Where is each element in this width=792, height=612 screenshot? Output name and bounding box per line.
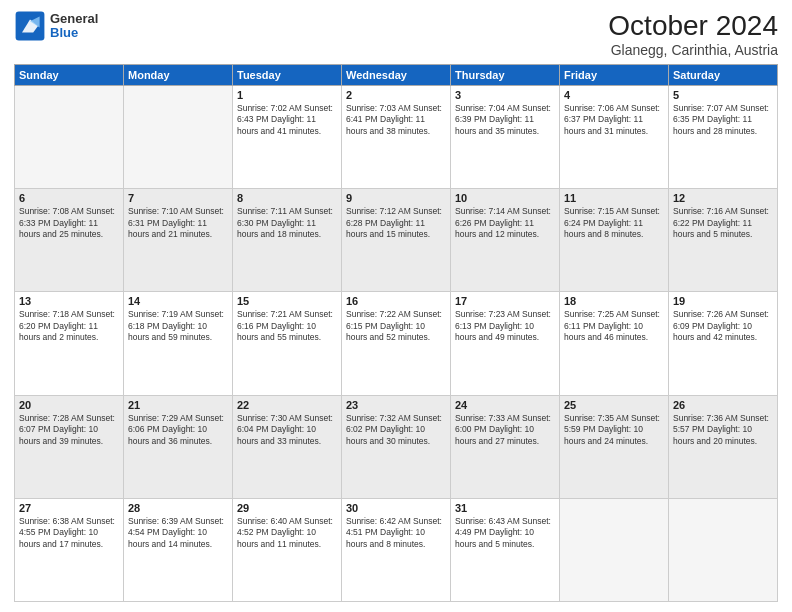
logo-blue: Blue — [50, 26, 98, 40]
calendar-week-row: 20Sunrise: 7:28 AM Sunset: 6:07 PM Dayli… — [15, 395, 778, 498]
table-row: 9Sunrise: 7:12 AM Sunset: 6:28 PM Daylig… — [342, 189, 451, 292]
day-info: Sunrise: 7:10 AM Sunset: 6:31 PM Dayligh… — [128, 206, 228, 240]
day-info: Sunrise: 7:03 AM Sunset: 6:41 PM Dayligh… — [346, 103, 446, 137]
table-row: 31Sunrise: 6:43 AM Sunset: 4:49 PM Dayli… — [451, 498, 560, 601]
logo-text: General Blue — [50, 12, 98, 41]
day-info: Sunrise: 7:29 AM Sunset: 6:06 PM Dayligh… — [128, 413, 228, 447]
logo-icon — [14, 10, 46, 42]
day-number: 21 — [128, 399, 228, 411]
day-info: Sunrise: 7:23 AM Sunset: 6:13 PM Dayligh… — [455, 309, 555, 343]
day-info: Sunrise: 7:14 AM Sunset: 6:26 PM Dayligh… — [455, 206, 555, 240]
col-tuesday: Tuesday — [233, 65, 342, 86]
day-info: Sunrise: 7:18 AM Sunset: 6:20 PM Dayligh… — [19, 309, 119, 343]
table-row — [15, 86, 124, 189]
day-number: 7 — [128, 192, 228, 204]
table-row: 20Sunrise: 7:28 AM Sunset: 6:07 PM Dayli… — [15, 395, 124, 498]
day-info: Sunrise: 6:38 AM Sunset: 4:55 PM Dayligh… — [19, 516, 119, 550]
day-info: Sunrise: 6:43 AM Sunset: 4:49 PM Dayligh… — [455, 516, 555, 550]
table-row: 2Sunrise: 7:03 AM Sunset: 6:41 PM Daylig… — [342, 86, 451, 189]
location-title: Glanegg, Carinthia, Austria — [608, 42, 778, 58]
day-info: Sunrise: 7:07 AM Sunset: 6:35 PM Dayligh… — [673, 103, 773, 137]
table-row: 24Sunrise: 7:33 AM Sunset: 6:00 PM Dayli… — [451, 395, 560, 498]
calendar-week-row: 1Sunrise: 7:02 AM Sunset: 6:43 PM Daylig… — [15, 86, 778, 189]
calendar-week-row: 13Sunrise: 7:18 AM Sunset: 6:20 PM Dayli… — [15, 292, 778, 395]
day-info: Sunrise: 7:28 AM Sunset: 6:07 PM Dayligh… — [19, 413, 119, 447]
table-row — [560, 498, 669, 601]
table-row: 25Sunrise: 7:35 AM Sunset: 5:59 PM Dayli… — [560, 395, 669, 498]
table-row: 22Sunrise: 7:30 AM Sunset: 6:04 PM Dayli… — [233, 395, 342, 498]
day-number: 31 — [455, 502, 555, 514]
day-number: 12 — [673, 192, 773, 204]
day-number: 25 — [564, 399, 664, 411]
table-row: 8Sunrise: 7:11 AM Sunset: 6:30 PM Daylig… — [233, 189, 342, 292]
day-number: 16 — [346, 295, 446, 307]
day-number: 27 — [19, 502, 119, 514]
table-row: 18Sunrise: 7:25 AM Sunset: 6:11 PM Dayli… — [560, 292, 669, 395]
logo: General Blue — [14, 10, 98, 42]
table-row: 21Sunrise: 7:29 AM Sunset: 6:06 PM Dayli… — [124, 395, 233, 498]
day-number: 30 — [346, 502, 446, 514]
day-number: 14 — [128, 295, 228, 307]
day-info: Sunrise: 7:25 AM Sunset: 6:11 PM Dayligh… — [564, 309, 664, 343]
col-monday: Monday — [124, 65, 233, 86]
table-row: 12Sunrise: 7:16 AM Sunset: 6:22 PM Dayli… — [669, 189, 778, 292]
calendar-table: Sunday Monday Tuesday Wednesday Thursday… — [14, 64, 778, 602]
day-number: 10 — [455, 192, 555, 204]
table-row: 3Sunrise: 7:04 AM Sunset: 6:39 PM Daylig… — [451, 86, 560, 189]
col-thursday: Thursday — [451, 65, 560, 86]
table-row: 30Sunrise: 6:42 AM Sunset: 4:51 PM Dayli… — [342, 498, 451, 601]
day-info: Sunrise: 7:36 AM Sunset: 5:57 PM Dayligh… — [673, 413, 773, 447]
day-info: Sunrise: 7:04 AM Sunset: 6:39 PM Dayligh… — [455, 103, 555, 137]
day-number: 28 — [128, 502, 228, 514]
day-number: 2 — [346, 89, 446, 101]
day-number: 18 — [564, 295, 664, 307]
day-info: Sunrise: 6:40 AM Sunset: 4:52 PM Dayligh… — [237, 516, 337, 550]
table-row: 15Sunrise: 7:21 AM Sunset: 6:16 PM Dayli… — [233, 292, 342, 395]
table-row: 1Sunrise: 7:02 AM Sunset: 6:43 PM Daylig… — [233, 86, 342, 189]
table-row: 27Sunrise: 6:38 AM Sunset: 4:55 PM Dayli… — [15, 498, 124, 601]
table-row: 14Sunrise: 7:19 AM Sunset: 6:18 PM Dayli… — [124, 292, 233, 395]
table-row: 13Sunrise: 7:18 AM Sunset: 6:20 PM Dayli… — [15, 292, 124, 395]
table-row: 29Sunrise: 6:40 AM Sunset: 4:52 PM Dayli… — [233, 498, 342, 601]
day-number: 11 — [564, 192, 664, 204]
table-row: 19Sunrise: 7:26 AM Sunset: 6:09 PM Dayli… — [669, 292, 778, 395]
day-info: Sunrise: 7:30 AM Sunset: 6:04 PM Dayligh… — [237, 413, 337, 447]
col-sunday: Sunday — [15, 65, 124, 86]
day-number: 9 — [346, 192, 446, 204]
day-info: Sunrise: 7:12 AM Sunset: 6:28 PM Dayligh… — [346, 206, 446, 240]
day-info: Sunrise: 7:32 AM Sunset: 6:02 PM Dayligh… — [346, 413, 446, 447]
month-year-title: October 2024 — [608, 10, 778, 42]
day-info: Sunrise: 7:16 AM Sunset: 6:22 PM Dayligh… — [673, 206, 773, 240]
table-row: 28Sunrise: 6:39 AM Sunset: 4:54 PM Dayli… — [124, 498, 233, 601]
day-info: Sunrise: 7:35 AM Sunset: 5:59 PM Dayligh… — [564, 413, 664, 447]
table-row: 10Sunrise: 7:14 AM Sunset: 6:26 PM Dayli… — [451, 189, 560, 292]
day-info: Sunrise: 7:22 AM Sunset: 6:15 PM Dayligh… — [346, 309, 446, 343]
title-block: October 2024 Glanegg, Carinthia, Austria — [608, 10, 778, 58]
day-info: Sunrise: 7:19 AM Sunset: 6:18 PM Dayligh… — [128, 309, 228, 343]
day-number: 5 — [673, 89, 773, 101]
table-row: 26Sunrise: 7:36 AM Sunset: 5:57 PM Dayli… — [669, 395, 778, 498]
day-info: Sunrise: 7:06 AM Sunset: 6:37 PM Dayligh… — [564, 103, 664, 137]
table-row: 6Sunrise: 7:08 AM Sunset: 6:33 PM Daylig… — [15, 189, 124, 292]
day-info: Sunrise: 7:11 AM Sunset: 6:30 PM Dayligh… — [237, 206, 337, 240]
day-number: 19 — [673, 295, 773, 307]
day-number: 17 — [455, 295, 555, 307]
day-info: Sunrise: 6:42 AM Sunset: 4:51 PM Dayligh… — [346, 516, 446, 550]
day-info: Sunrise: 7:02 AM Sunset: 6:43 PM Dayligh… — [237, 103, 337, 137]
col-saturday: Saturday — [669, 65, 778, 86]
day-number: 3 — [455, 89, 555, 101]
day-info: Sunrise: 7:33 AM Sunset: 6:00 PM Dayligh… — [455, 413, 555, 447]
table-row: 23Sunrise: 7:32 AM Sunset: 6:02 PM Dayli… — [342, 395, 451, 498]
col-wednesday: Wednesday — [342, 65, 451, 86]
day-number: 1 — [237, 89, 337, 101]
calendar-week-row: 6Sunrise: 7:08 AM Sunset: 6:33 PM Daylig… — [15, 189, 778, 292]
day-number: 8 — [237, 192, 337, 204]
page: General Blue October 2024 Glanegg, Carin… — [0, 0, 792, 612]
day-number: 23 — [346, 399, 446, 411]
calendar-week-row: 27Sunrise: 6:38 AM Sunset: 4:55 PM Dayli… — [15, 498, 778, 601]
table-row — [669, 498, 778, 601]
day-number: 20 — [19, 399, 119, 411]
table-row: 17Sunrise: 7:23 AM Sunset: 6:13 PM Dayli… — [451, 292, 560, 395]
day-number: 22 — [237, 399, 337, 411]
day-info: Sunrise: 7:26 AM Sunset: 6:09 PM Dayligh… — [673, 309, 773, 343]
